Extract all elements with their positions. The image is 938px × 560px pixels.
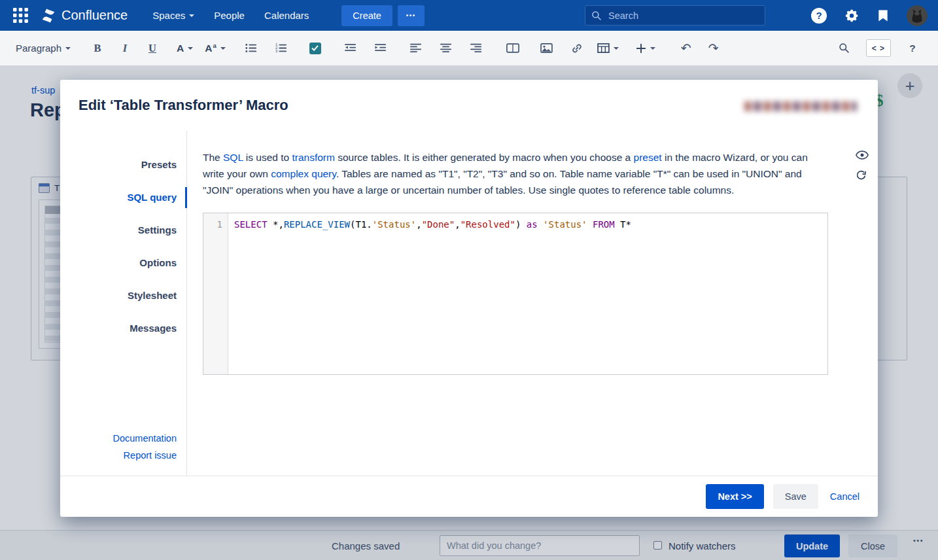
editor-help-button[interactable]: ? (903, 39, 922, 58)
confluence-page: Confluence Spaces People Calendars Creat… (0, 0, 938, 560)
description-text: is used to (243, 152, 292, 163)
italic-letter: I (123, 42, 127, 55)
refresh-button[interactable] (856, 170, 869, 181)
formatting-letter-small: a (213, 42, 216, 49)
nav-spaces[interactable]: Spaces (152, 10, 194, 21)
eye-icon (856, 150, 869, 160)
code-token: "Resolved" (460, 219, 515, 230)
italic-button[interactable]: I (115, 39, 135, 58)
save-button[interactable]: Save (773, 484, 818, 509)
bold-button[interactable]: B (88, 39, 107, 58)
settings-button[interactable] (845, 9, 860, 23)
toolbar-right-section: < > ? (835, 39, 922, 58)
source-editor-button[interactable]: < > (866, 39, 891, 57)
redo-button[interactable]: ↷ (704, 39, 723, 58)
code-token: T* (615, 219, 631, 230)
code-token (538, 219, 543, 230)
outdent-button[interactable] (341, 39, 360, 58)
sidebar-link-report-issue[interactable]: Report issue (113, 447, 177, 464)
sidebar-item-stylesheet[interactable]: Stylesheet (60, 279, 186, 312)
header-right-section: ? (585, 5, 928, 26)
code-token: "Done" (422, 219, 455, 230)
dialog-side-tools (856, 150, 869, 181)
indent-icon (375, 43, 387, 53)
page-layout-icon (506, 43, 519, 53)
chevron-down-icon (614, 47, 619, 50)
sidebar-item-options[interactable]: Options (60, 247, 186, 279)
header-more-button[interactable]: ••• (398, 5, 425, 26)
align-center-button[interactable] (436, 39, 456, 58)
task-list-button[interactable] (305, 39, 325, 58)
code-token: 'Status' (372, 219, 416, 230)
macro-editor-dialog: Edit ‘Table Transformer’ Macro PresetsSQ… (60, 80, 878, 517)
sql-code-editor[interactable]: 1 SELECT *,REPLACE_VIEW(T1.'Status',"Don… (203, 213, 828, 375)
confluence-logo[interactable]: Confluence (41, 8, 128, 24)
code-token: FROM (593, 219, 615, 230)
grid-icon (13, 8, 29, 24)
insert-table-dropdown[interactable] (597, 43, 619, 53)
bullet-list-button[interactable] (241, 39, 261, 58)
gear-icon (845, 9, 860, 23)
find-replace-button[interactable] (835, 39, 854, 58)
dialog-footer: Next >> Save Cancel (60, 476, 878, 517)
sidebar-link-documentation[interactable]: Documentation (113, 430, 177, 447)
preview-eye-button[interactable] (856, 150, 869, 160)
line-number: 1 (217, 219, 222, 230)
code-line[interactable]: SELECT *,REPLACE_VIEW(T1.'Status',"Done"… (228, 213, 637, 374)
create-button[interactable]: Create (341, 5, 392, 26)
image-icon (540, 43, 553, 53)
undo-button[interactable]: ↶ (676, 39, 696, 58)
task-checkbox-icon (309, 43, 321, 54)
help-question-icon: ? (909, 43, 915, 54)
page-layout-button[interactable] (503, 39, 523, 58)
code-token: (T1. (350, 219, 372, 230)
code-token: *, (268, 219, 284, 230)
nav-people[interactable]: People (214, 10, 245, 21)
undo-icon: ↶ (681, 42, 691, 54)
paragraph-style-label: Paragraph (16, 43, 61, 54)
confluence-logo-text: Confluence (61, 8, 128, 23)
nav-spaces-label: Spaces (152, 10, 185, 21)
description-link[interactable]: SQL (223, 152, 243, 163)
align-right-button[interactable] (466, 39, 486, 58)
insert-more-dropdown[interactable] (636, 43, 655, 54)
sidebar-item-sql-query[interactable]: SQL query (60, 181, 186, 214)
user-avatar[interactable] (907, 5, 928, 26)
code-token: ) (515, 219, 527, 230)
cancel-button[interactable]: Cancel (830, 491, 860, 502)
indent-button[interactable] (371, 39, 391, 58)
description-link[interactable]: preset (634, 152, 662, 163)
editor-gutter: 1 (203, 213, 228, 374)
blurred-version-label (744, 101, 857, 111)
confluence-logo-icon (41, 8, 56, 24)
sidebar-item-presets[interactable]: Presets (60, 149, 186, 181)
code-token: SELECT (234, 219, 268, 230)
next-button[interactable]: Next >> (706, 484, 763, 509)
chevron-down-icon (650, 47, 655, 50)
description-link[interactable]: transform (292, 152, 334, 163)
underline-button[interactable]: U (143, 39, 162, 58)
sidebar-item-settings[interactable]: Settings (60, 214, 186, 247)
align-right-icon (470, 43, 482, 53)
underline-letter: U (148, 42, 156, 55)
global-search-input[interactable] (607, 10, 759, 22)
code-token: , (416, 219, 421, 230)
global-search-box[interactable] (585, 5, 765, 26)
formatting-dropdown[interactable]: Aa (205, 43, 226, 54)
nav-calendars-label: Calendars (264, 10, 309, 21)
align-left-button[interactable] (406, 39, 426, 58)
app-switcher-button[interactable] (10, 5, 31, 26)
paragraph-style-dropdown[interactable]: Paragraph (16, 43, 71, 54)
dialog-sidebar-nav: PresetsSQL querySettingsOptionsStyleshee… (60, 131, 186, 345)
insert-link-button[interactable] (567, 39, 587, 58)
top-navigation: Confluence Spaces People Calendars Creat… (0, 0, 938, 31)
text-color-dropdown[interactable]: A (177, 43, 193, 54)
nav-calendars[interactable]: Calendars (264, 10, 309, 21)
sidebar-item-messages[interactable]: Messages (60, 312, 186, 345)
numbered-list-button[interactable]: 1 2 3 (271, 39, 291, 58)
description-link[interactable]: complex query (271, 168, 336, 179)
whats-new-button[interactable] (878, 9, 888, 22)
numbered-list-icon: 1 2 3 (275, 43, 287, 53)
help-button[interactable]: ? (811, 8, 827, 24)
insert-image-button[interactable] (537, 39, 557, 58)
